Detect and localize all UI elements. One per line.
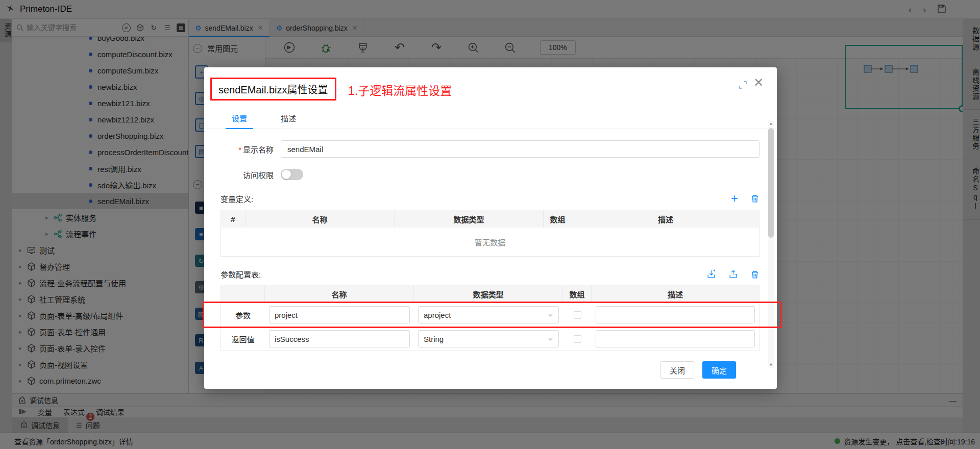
tree-item-file[interactable]: computeDiscount.bizx (12, 46, 188, 62)
rail-tab[interactable]: 数据源 (963, 19, 980, 60)
debug-run-icon[interactable] (320, 41, 333, 54)
expand-arrow-icon[interactable]: ▸ (17, 378, 23, 384)
expand-arrow-icon[interactable]: ▸ (17, 280, 23, 286)
collapse-icon[interactable]: − (193, 44, 202, 53)
save-icon[interactable] (937, 4, 946, 15)
expand-arrow-icon[interactable]: ▸ (17, 361, 23, 368)
ok-button[interactable]: 确定 (702, 361, 736, 379)
fullscreen-icon[interactable] (739, 81, 747, 91)
close-icon[interactable]: ✕ (753, 77, 764, 89)
param-desc-input[interactable] (596, 330, 755, 347)
status-left-text[interactable]: 查看资源「orderShopping.bizx」详情 (14, 436, 133, 446)
scrollbar-thumb[interactable] (768, 128, 774, 238)
pause-icon[interactable]: ▮▶ (18, 408, 27, 415)
search-input[interactable] (27, 23, 103, 32)
tree-item-group[interactable]: ▸ 督办管理 (12, 258, 188, 275)
close-button[interactable]: 关闭 (660, 361, 694, 379)
tree-item-group[interactable]: ▸ com.primeton.zwc (12, 372, 188, 389)
access-toggle[interactable] (281, 169, 303, 180)
bottom-tab-debug[interactable]: 调试信息 (12, 417, 68, 433)
zoom-level-value[interactable]: 100% (540, 40, 576, 55)
run-icon[interactable] (283, 41, 296, 54)
param-name-input[interactable] (269, 330, 410, 347)
delete-params-icon[interactable] (750, 270, 760, 279)
tree-item-file[interactable]: rest调用.bizx (12, 160, 188, 177)
editor-tab-sendemail[interactable]: ⚙ sendEMail.bizx ✕ (189, 19, 270, 37)
rail-tab[interactable]: 离线资源 (963, 60, 980, 110)
tree-item-file[interactable]: sendEMail.bizx (12, 193, 188, 209)
expand-arrow-icon[interactable]: ▸ (17, 345, 23, 352)
tree-item-group[interactable]: ▸ 页面-表单-高级/布局组件 (12, 307, 188, 323)
rail-tab[interactable]: 命名Sql (963, 159, 980, 220)
param-type-select[interactable]: aproject (418, 306, 559, 323)
sort-icon[interactable]: ☰ (163, 23, 172, 32)
expand-arrow-icon[interactable]: ▸ (17, 247, 23, 254)
tree-item-file[interactable]: newbiz.bizx (12, 79, 188, 95)
expand-arrow-icon[interactable]: ▸ (44, 214, 50, 221)
tree-item-service-folder[interactable]: ▸ 实体服务 (12, 209, 188, 226)
dialog-scrollbar[interactable]: ▲ ▼ (768, 120, 774, 368)
expand-arrow-icon[interactable]: ▸ (17, 263, 23, 270)
right-rail: 数据源 离线资源 三方服务 命名Sql (963, 19, 980, 433)
tree-item-file[interactable]: orderShopping.bizx (12, 128, 188, 144)
add-variable-icon[interactable]: + (731, 192, 738, 205)
tree-item-service-folder[interactable]: ▸ 流程事件 (12, 226, 188, 242)
status-right[interactable]: 资源发生变更， 点击查看,检查时间:19:16 (835, 436, 975, 446)
debug-subtab[interactable]: 表达式 (63, 407, 85, 417)
tree-item-file[interactable]: buyGood.bizx (12, 37, 188, 46)
locale-icon[interactable]: ▦ (177, 23, 185, 32)
tree-item-group[interactable]: ▸ 社工管理系统 (12, 291, 188, 307)
minimize-icon[interactable]: — (949, 396, 957, 405)
package-add-icon[interactable] (135, 23, 144, 32)
scroll-down-icon[interactable]: ▼ (768, 362, 774, 368)
tab-settings[interactable]: 设置 (226, 108, 253, 129)
tab-description[interactable]: 描述 (275, 108, 302, 129)
scroll-up-icon[interactable]: ▲ (768, 120, 774, 127)
rail-tab[interactable]: 三方服务 (963, 110, 980, 159)
expand-arrow-icon[interactable]: ▸ (17, 329, 23, 335)
tree-item-file[interactable]: computeSum.bizx (12, 62, 188, 79)
tree-item-group[interactable]: ▸ 流程-业务流程配置与使用 (12, 275, 188, 291)
array-checkbox[interactable] (574, 335, 581, 343)
import-params-icon[interactable] (706, 269, 716, 279)
array-checkbox[interactable] (574, 311, 581, 319)
nav-forward-icon[interactable]: › (923, 5, 926, 14)
ai-icon[interactable]: AI (122, 23, 131, 32)
close-tab-icon[interactable]: ✕ (258, 24, 263, 32)
close-tab-icon[interactable]: ✕ (352, 24, 358, 32)
palette-group-header[interactable]: − 常用图元 (189, 37, 265, 59)
tree-item-group[interactable]: ▸ 页面-表单-控件通用 (12, 323, 188, 340)
tree-item-file[interactable]: processOrderItemDiscount.bizx (12, 144, 188, 160)
step-debug-icon[interactable] (356, 41, 370, 54)
debug-subtab[interactable]: 调试结果 (96, 407, 125, 417)
rail-tab-resources[interactable]: 资源 (0, 19, 12, 42)
nav-back-icon[interactable]: ‹ (909, 5, 912, 14)
resize-handle[interactable] (959, 105, 963, 112)
debug-subtab[interactable]: 变量 (38, 407, 52, 417)
collapse-icon[interactable]: − (193, 180, 202, 189)
delete-variable-icon[interactable] (750, 194, 760, 203)
tree-item-file[interactable]: newbiz121.bizx (12, 95, 188, 111)
param-desc-input[interactable] (596, 306, 755, 323)
display-name-input[interactable] (281, 140, 760, 158)
param-name-input[interactable] (269, 306, 410, 323)
refresh-icon[interactable]: ↻ (149, 23, 158, 32)
flow-selection-rect[interactable] (845, 45, 963, 109)
tree-item-group[interactable]: ▸ 页面-视图设置 (12, 356, 188, 372)
expand-arrow-icon[interactable]: ▸ (17, 312, 23, 319)
tree-item-file[interactable]: sdo输入输出.bizx (12, 177, 188, 193)
redo-icon[interactable]: ↷ (430, 41, 443, 54)
export-params-icon[interactable] (728, 269, 738, 279)
expand-arrow-icon[interactable]: ▸ (44, 231, 50, 237)
expand-arrow-icon[interactable]: ▸ (17, 296, 23, 303)
editor-tab-ordershopping[interactable]: ⚙ orderShopping.bizx ✕ (270, 19, 364, 37)
zoom-in-icon[interactable] (467, 41, 480, 54)
tree-item-file[interactable]: newbiz1212.bizx (12, 111, 188, 128)
param-type-select[interactable]: String (418, 330, 559, 347)
bottom-tab-problems[interactable]: ☰ 问题 2 (68, 417, 108, 433)
debug-panel-header[interactable]: 调试信息 — (12, 393, 963, 407)
zoom-out-icon[interactable] (503, 41, 517, 54)
tree-item-group[interactable]: ▸ 测试 (12, 242, 188, 258)
undo-icon[interactable]: ↶ (393, 41, 406, 54)
tree-item-group[interactable]: ▸ 页面-表单-录入控件 (12, 340, 188, 356)
